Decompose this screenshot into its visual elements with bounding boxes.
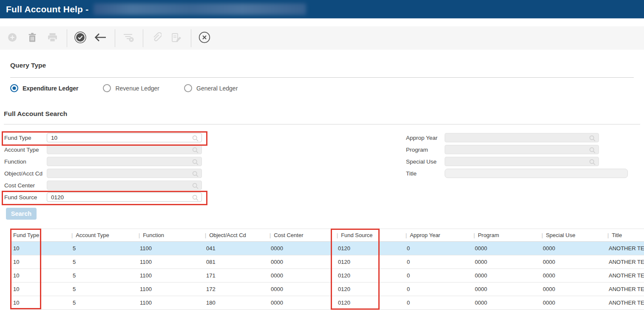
magnifier-icon[interactable] [589, 159, 596, 165]
field-row-fund-source: Fund Source0120 [4, 192, 207, 202]
toolbar-button-close[interactable] [197, 31, 212, 45]
table-row[interactable]: 105110017200000120000000000ANOTHER TES [10, 283, 644, 296]
table-row[interactable]: 105110008100000120000000000ANOTHER TES [10, 255, 644, 269]
radio-unselected-icon[interactable] [103, 84, 111, 92]
column-header-account-type[interactable]: |Account Type [70, 229, 137, 241]
column-separator: | [474, 232, 475, 238]
full-account-search-heading: Full Account Search [4, 110, 67, 118]
column-separator: | [607, 232, 609, 238]
approp-year-input[interactable] [445, 133, 599, 142]
titlebar-divider [0, 18, 644, 19]
table-cell: 0000 [540, 242, 606, 255]
object-acct-cd-input[interactable] [47, 169, 202, 178]
toolbar-button-confirm[interactable] [73, 31, 88, 45]
toolbar-button-add[interactable] [5, 31, 20, 45]
table-cell: 0000 [472, 283, 540, 296]
magnifier-icon[interactable] [192, 195, 199, 201]
radio-option-revenue-ledger[interactable]: Revenue Ledger [103, 84, 170, 92]
magnifier-icon[interactable] [192, 171, 199, 177]
table-cell: 0000 [268, 283, 335, 296]
function-input[interactable] [47, 157, 202, 166]
search-button[interactable]: Search [6, 208, 37, 220]
table-cell: 10 [10, 283, 70, 296]
field-label-special-use: Special Use [406, 158, 445, 165]
radio-option-label: General Ledger [196, 85, 249, 92]
toolbar [0, 26, 644, 50]
field-row-object-acct-cd: Object/Acct Cd [4, 169, 207, 178]
radio-unselected-icon[interactable] [184, 84, 192, 92]
window-titlebar: Full Account Help - [0, 0, 644, 18]
magnifier-icon[interactable] [192, 135, 199, 141]
field-row-special-use: Special Use [406, 157, 644, 166]
radio-option-expenditure-ledger[interactable]: Expenditure Ledger [10, 84, 89, 92]
magnifier-icon[interactable] [589, 135, 596, 141]
print-icon [48, 33, 57, 43]
program-input[interactable] [445, 145, 599, 154]
special-use-input[interactable] [445, 157, 599, 166]
cost-center-input[interactable] [47, 181, 202, 190]
column-separator: | [205, 232, 206, 238]
column-header-program[interactable]: |Program [472, 229, 540, 241]
column-header-label: Approp Year [410, 232, 440, 238]
radio-option-general-ledger[interactable]: General Ledger [184, 84, 249, 92]
column-header-approp-year[interactable]: |Approp Year [404, 229, 472, 241]
column-header-label: Account Type [76, 232, 109, 238]
radio-option-label: Expenditure Ledger [23, 85, 89, 92]
magnifier-icon[interactable] [192, 183, 199, 189]
table-cell: 0000 [540, 283, 606, 296]
table-cell: 5 [70, 255, 137, 269]
column-header-object-acct-cd[interactable]: |Object/Acct Cd [203, 229, 268, 241]
title-input[interactable] [445, 169, 628, 178]
column-header-special-use[interactable]: |Special Use [540, 229, 606, 241]
toolbar-button-print[interactable] [45, 31, 60, 45]
column-separator: | [406, 232, 407, 238]
window-title: Full Account Help - [6, 4, 88, 14]
field-label-program: Program [406, 147, 445, 153]
magnifier-icon[interactable] [192, 147, 199, 153]
search-form-left-column: Fund Type10Account TypeFunctionObject/Ac… [4, 133, 207, 204]
toolbar-button-back-arrow[interactable] [93, 31, 108, 45]
table-cell: 1100 [137, 255, 203, 269]
toolbar-button-clear-filter[interactable] [121, 31, 136, 45]
field-label-fund-type: Fund Type [4, 135, 47, 141]
column-header-label: Program [478, 232, 499, 238]
table-row[interactable]: 105110004100000120000000000ANOTHER TES [10, 242, 644, 255]
fund-source-input[interactable]: 0120 [47, 192, 202, 202]
account-type-input[interactable] [47, 145, 202, 154]
column-header-cost-center[interactable]: |Cost Center [268, 229, 335, 241]
table-cell: 0000 [472, 296, 540, 309]
fund-type-input[interactable]: 10 [47, 133, 202, 142]
table-cell: 5 [70, 296, 137, 309]
column-header-function[interactable]: |Function [137, 229, 203, 241]
toolbar-button-attachment[interactable] [149, 31, 164, 45]
toolbar-button-delete[interactable] [25, 31, 40, 45]
column-header-fund-source[interactable]: |Fund Source [335, 229, 404, 241]
column-header-fund-type[interactable]: Fund Type [10, 229, 70, 241]
fund-source-input-value: 0120 [51, 194, 64, 201]
field-row-fund-type: Fund Type10 [4, 133, 207, 142]
table-cell: ANOTHER TES [606, 269, 644, 282]
table-row[interactable]: 105110017100000120000000000ANOTHER TES [10, 269, 644, 283]
table-cell: 0 [404, 296, 472, 309]
table-row[interactable]: 105110018000000120000000000ANOTHER TES [10, 296, 644, 310]
add-icon [8, 33, 17, 43]
column-header-title[interactable]: |Title [606, 229, 644, 241]
radio-selected-icon[interactable] [10, 84, 18, 92]
table-cell: ANOTHER TES [606, 255, 644, 269]
table-cell: 10 [10, 242, 70, 255]
column-header-label: Title [612, 232, 622, 238]
table-cell: 041 [203, 242, 268, 255]
magnifier-icon[interactable] [192, 159, 199, 165]
toolbar-button-edit[interactable] [169, 31, 184, 45]
table-cell: 171 [203, 269, 268, 282]
table-cell: 0000 [540, 269, 606, 282]
radio-option-label: Revenue Ledger [115, 85, 170, 92]
field-label-approp-year: Approp Year [406, 135, 445, 141]
column-header-label: Special Use [546, 232, 575, 238]
field-row-cost-center: Cost Center [4, 181, 207, 190]
query-type-heading: Query Type [10, 62, 46, 69]
column-header-label: Fund Type [13, 232, 39, 238]
field-label-account-type: Account Type [4, 147, 47, 153]
column-header-label: Function [143, 232, 164, 238]
magnifier-icon[interactable] [589, 147, 596, 153]
